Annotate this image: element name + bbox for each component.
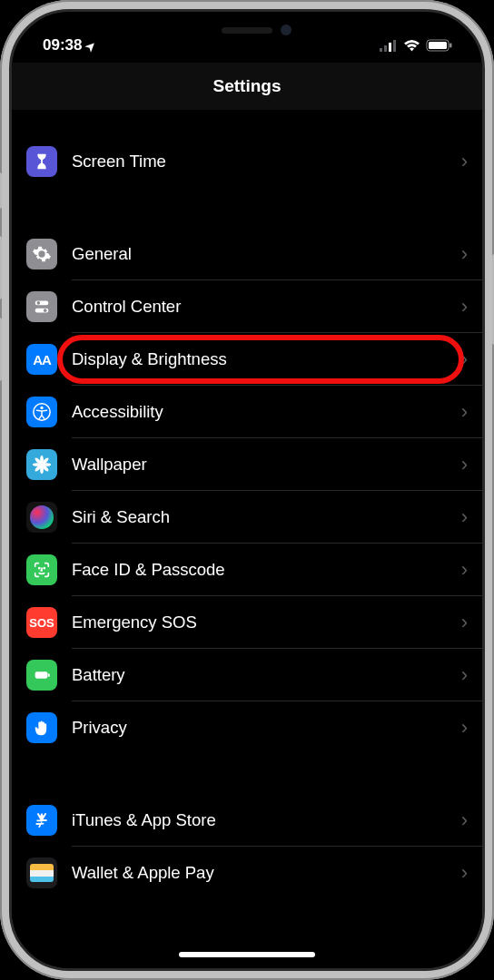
settings-scroll-area[interactable]: Screen Time › General ›	[12, 110, 482, 968]
svg-rect-25	[48, 673, 50, 677]
volume-up-button	[0, 236, 2, 299]
location-arrow-icon: ➤	[83, 37, 99, 54]
front-camera	[281, 24, 291, 35]
chevron-right-icon: ›	[461, 663, 468, 687]
phone-frame: 09:38 ➤ Settings	[0, 0, 494, 980]
row-label: Accessibility	[72, 402, 163, 422]
gear-icon	[26, 239, 57, 270]
chevron-right-icon: ›	[461, 505, 468, 529]
battery-icon	[426, 39, 453, 52]
row-label: General	[72, 244, 132, 264]
siri-icon	[26, 502, 57, 533]
cellular-signal-icon	[380, 39, 398, 52]
chevron-right-icon: ›	[461, 861, 468, 885]
chevron-right-icon: ›	[461, 348, 468, 371]
row-label: Privacy	[72, 718, 127, 738]
svg-rect-5	[429, 42, 447, 49]
svg-rect-2	[389, 43, 391, 52]
notch	[143, 12, 351, 48]
svg-point-12	[40, 407, 43, 409]
row-label: Wallpaper	[72, 455, 147, 475]
wallet-icon	[26, 858, 57, 888]
home-indicator[interactable]	[179, 952, 315, 957]
settings-row-itunes[interactable]: iTunes & App Store ›	[12, 794, 482, 847]
battery-full-icon	[26, 660, 57, 691]
svg-point-8	[37, 301, 41, 305]
svg-point-23	[44, 568, 44, 569]
svg-rect-3	[393, 40, 396, 52]
chevron-right-icon: ›	[461, 453, 468, 476]
settings-row-faceid[interactable]: Face ID & Passcode ›	[12, 544, 482, 596]
row-label: Siri & Search	[72, 507, 170, 527]
chevron-right-icon: ›	[461, 611, 468, 634]
settings-section: iTunes & App Store › Wallet & Apple Pay …	[12, 794, 482, 899]
toggles-icon	[26, 291, 57, 322]
speaker-grille	[222, 27, 272, 34]
row-label: Emergency SOS	[72, 612, 197, 632]
page-title: Settings	[213, 76, 282, 96]
svg-rect-6	[450, 44, 452, 48]
svg-rect-1	[384, 45, 387, 52]
row-label: Screen Time	[72, 152, 166, 172]
wifi-icon	[403, 39, 420, 52]
settings-row-control-center[interactable]: Control Center ›	[12, 280, 482, 333]
svg-rect-24	[35, 671, 48, 678]
chevron-right-icon: ›	[461, 400, 468, 424]
hand-icon	[26, 712, 57, 743]
sos-icon: SOS	[26, 607, 57, 638]
settings-row-wallet[interactable]: Wallet & Apple Pay ›	[12, 847, 482, 899]
row-label: Battery	[72, 665, 125, 685]
hourglass-icon	[26, 146, 57, 177]
faceid-icon	[26, 554, 57, 585]
chevron-right-icon: ›	[461, 295, 468, 318]
chevron-right-icon: ›	[461, 716, 468, 740]
settings-row-accessibility[interactable]: Accessibility ›	[12, 386, 482, 438]
text-size-icon: AA	[26, 344, 57, 375]
row-label: iTunes & App Store	[72, 810, 216, 830]
settings-section: Screen Time ›	[12, 135, 482, 188]
appstore-icon	[26, 805, 57, 836]
flower-icon	[26, 449, 57, 480]
settings-row-privacy[interactable]: Privacy ›	[12, 701, 482, 754]
accessibility-icon	[26, 397, 57, 427]
svg-rect-0	[380, 48, 382, 52]
svg-point-10	[44, 309, 47, 312]
row-label: Face ID & Passcode	[72, 560, 225, 580]
svg-point-22	[39, 568, 40, 569]
row-label: Display & Brightness	[72, 349, 227, 369]
settings-section: General › Control Center › AA	[12, 228, 482, 754]
settings-row-display-brightness[interactable]: AA Display & Brightness ›	[12, 333, 482, 386]
settings-row-screentime[interactable]: Screen Time ›	[12, 135, 482, 188]
row-label: Control Center	[72, 297, 181, 317]
settings-row-siri[interactable]: Siri & Search ›	[12, 491, 482, 544]
status-time: 09:38	[43, 36, 82, 54]
chevron-right-icon: ›	[461, 242, 468, 266]
settings-row-general[interactable]: General ›	[12, 228, 482, 280]
settings-row-battery[interactable]: Battery ›	[12, 649, 482, 701]
mute-switch	[0, 172, 2, 209]
settings-row-emergency-sos[interactable]: SOS Emergency SOS ›	[12, 596, 482, 649]
chevron-right-icon: ›	[461, 150, 468, 173]
row-label: Wallet & Apple Pay	[72, 863, 214, 883]
nav-header: Settings	[12, 63, 482, 110]
settings-row-wallpaper[interactable]: Wallpaper ›	[12, 438, 482, 491]
chevron-right-icon: ›	[461, 808, 468, 832]
volume-down-button	[0, 318, 2, 381]
chevron-right-icon: ›	[461, 558, 468, 582]
